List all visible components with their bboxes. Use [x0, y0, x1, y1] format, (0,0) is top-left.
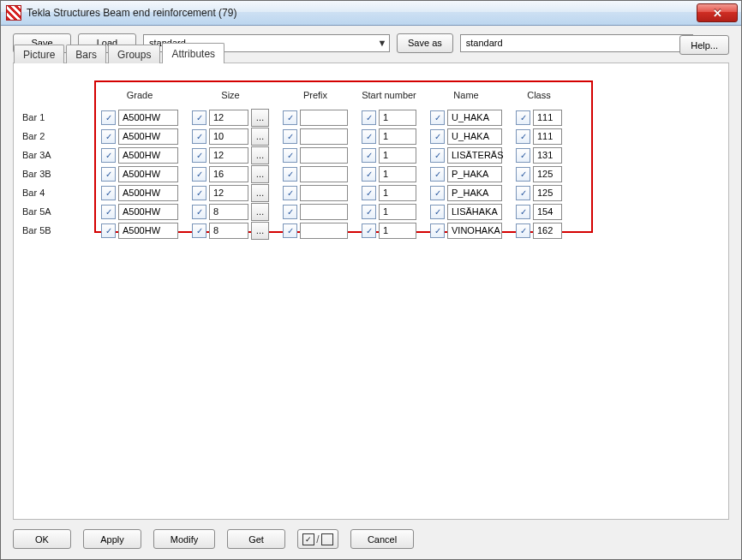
save-as-name-input[interactable]: standard — [460, 34, 693, 52]
prefix-checkbox[interactable] — [283, 129, 297, 144]
size-input[interactable]: 12 — [209, 185, 248, 201]
name-checkbox[interactable] — [430, 186, 445, 200]
class-checkbox[interactable] — [516, 186, 530, 200]
grade-input[interactable]: A500HW — [118, 128, 178, 145]
modify-button[interactable]: Modify — [153, 529, 215, 549]
size-input[interactable]: 10 — [209, 128, 248, 145]
prefix-checkbox[interactable] — [283, 223, 297, 238]
size-browse-button[interactable]: … — [251, 109, 269, 127]
cancel-button[interactable]: Cancel — [350, 529, 414, 549]
start-checkbox[interactable] — [362, 167, 376, 182]
prefix-checkbox[interactable] — [283, 167, 297, 182]
start-input[interactable]: 1 — [379, 166, 416, 182]
grade-input[interactable]: A500HW — [118, 147, 178, 164]
save-as-button[interactable]: Save as — [397, 33, 453, 53]
help-button[interactable]: Help... — [679, 35, 729, 55]
prefix-input[interactable] — [300, 185, 348, 201]
grade-checkbox[interactable] — [101, 223, 116, 238]
grade-input[interactable]: A500HW — [118, 223, 178, 239]
start-input[interactable]: 1 — [379, 147, 416, 164]
size-browse-button[interactable]: … — [251, 146, 269, 164]
size-input[interactable]: 8 — [209, 223, 248, 239]
grade-input[interactable]: A500HW — [118, 166, 178, 182]
start-checkbox[interactable] — [362, 223, 376, 238]
start-input[interactable]: 1 — [379, 185, 416, 201]
size-browse-button[interactable]: … — [251, 184, 269, 202]
size-checkbox[interactable] — [192, 186, 206, 200]
class-input[interactable]: 162 — [533, 223, 562, 239]
grade-checkbox[interactable] — [101, 205, 116, 219]
class-input[interactable]: 131 — [533, 147, 562, 164]
name-input[interactable]: P_HAKA — [447, 166, 502, 182]
prefix-input[interactable] — [300, 147, 348, 164]
tab-groups[interactable]: Groups — [108, 45, 160, 63]
prefix-checkbox[interactable] — [283, 186, 297, 200]
class-input[interactable]: 111 — [533, 128, 562, 145]
name-input[interactable]: U_HAKA — [447, 128, 502, 145]
grade-input[interactable]: A500HW — [118, 110, 178, 126]
size-checkbox[interactable] — [192, 205, 206, 219]
class-checkbox[interactable] — [516, 167, 530, 182]
size-input[interactable]: 8 — [209, 204, 248, 220]
tab-attributes[interactable]: Attributes — [162, 43, 224, 63]
name-input[interactable]: P_HAKA — [447, 185, 502, 201]
start-checkbox[interactable] — [362, 129, 376, 144]
grade-checkbox[interactable] — [101, 186, 116, 200]
size-checkbox[interactable] — [192, 110, 206, 125]
start-checkbox[interactable] — [362, 186, 376, 200]
name-checkbox[interactable] — [430, 223, 445, 238]
size-checkbox[interactable] — [192, 148, 206, 163]
name-checkbox[interactable] — [430, 110, 445, 125]
start-input[interactable]: 1 — [379, 204, 416, 220]
prefix-checkbox[interactable] — [283, 205, 297, 219]
name-input[interactable]: LISÄTERÄS — [447, 147, 502, 164]
prefix-checkbox[interactable] — [283, 110, 297, 125]
start-input[interactable]: 1 — [379, 128, 416, 145]
grade-input[interactable]: A500HW — [118, 204, 178, 220]
name-checkbox[interactable] — [430, 167, 445, 182]
size-browse-button[interactable]: … — [251, 128, 269, 146]
toggle-all-checkboxes-button[interactable]: ✓ / — [297, 529, 338, 549]
tab-picture[interactable]: Picture — [14, 45, 64, 63]
size-browse-button[interactable]: … — [251, 203, 269, 221]
name-checkbox[interactable] — [430, 129, 445, 144]
class-input[interactable]: 125 — [533, 166, 562, 182]
start-checkbox[interactable] — [362, 110, 376, 125]
name-checkbox[interactable] — [430, 148, 445, 163]
grade-checkbox[interactable] — [101, 129, 116, 144]
prefix-checkbox[interactable] — [283, 148, 297, 163]
class-checkbox[interactable] — [516, 129, 530, 144]
grade-checkbox[interactable] — [101, 110, 116, 125]
start-input[interactable]: 1 — [379, 223, 416, 239]
prefix-input[interactable] — [300, 166, 348, 182]
tab-bars[interactable]: Bars — [66, 45, 106, 63]
class-checkbox[interactable] — [516, 223, 530, 238]
prefix-input[interactable] — [300, 204, 348, 220]
ok-button[interactable]: OK — [13, 529, 71, 549]
size-input[interactable]: 16 — [209, 166, 248, 182]
grade-input[interactable]: A500HW — [118, 185, 178, 201]
size-checkbox[interactable] — [192, 129, 206, 144]
size-input[interactable]: 12 — [209, 147, 248, 164]
start-input[interactable]: 1 — [379, 110, 416, 126]
class-checkbox[interactable] — [516, 110, 530, 125]
size-checkbox[interactable] — [192, 167, 206, 182]
class-input[interactable]: 111 — [533, 110, 562, 126]
prefix-input[interactable] — [300, 110, 348, 126]
class-checkbox[interactable] — [516, 205, 530, 219]
name-input[interactable]: LISÄHAKA — [447, 204, 502, 220]
size-browse-button[interactable]: … — [251, 165, 269, 183]
class-input[interactable]: 154 — [533, 204, 562, 220]
name-checkbox[interactable] — [430, 205, 445, 219]
name-input[interactable]: U_HAKA — [447, 110, 502, 126]
close-button[interactable]: ✕ — [697, 3, 738, 22]
prefix-input[interactable] — [300, 128, 348, 145]
start-checkbox[interactable] — [362, 205, 376, 219]
size-input[interactable]: 12 — [209, 110, 248, 126]
grade-checkbox[interactable] — [101, 167, 116, 182]
grade-checkbox[interactable] — [101, 148, 116, 163]
name-input[interactable]: VINOHAKA — [447, 223, 502, 239]
size-checkbox[interactable] — [192, 223, 206, 238]
start-checkbox[interactable] — [362, 148, 376, 163]
apply-button[interactable]: Apply — [83, 529, 141, 549]
